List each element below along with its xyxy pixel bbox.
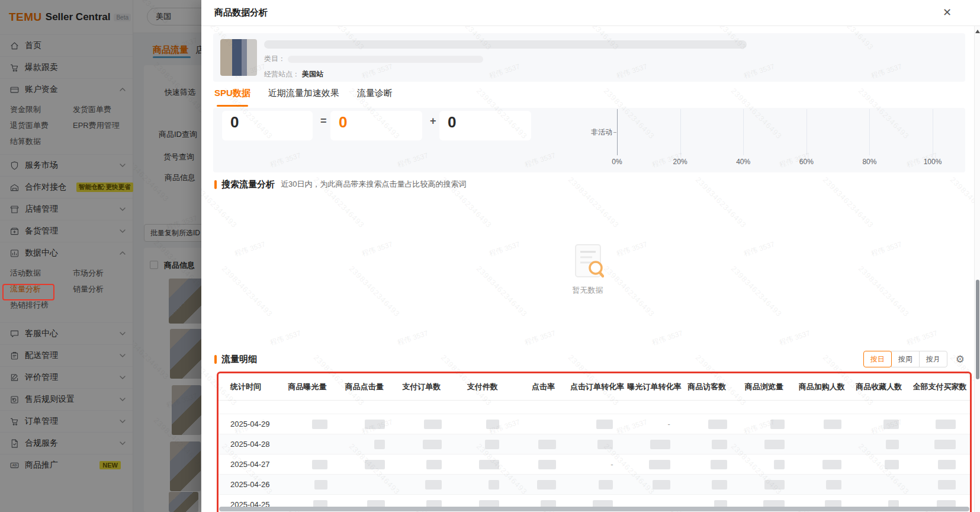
period-button-0[interactable]: 按日	[863, 351, 892, 367]
table-cell-redacted	[285, 460, 342, 469]
table-cell-date: 2025-04-29	[219, 420, 285, 428]
product-title-redacted	[264, 40, 747, 49]
screen: TEMU Seller Central Beta 首页爆款跟卖账户资金资金限制发…	[0, 0, 980, 512]
redacted-value	[599, 480, 613, 489]
product-image-redacted	[220, 39, 257, 76]
table-cell-redacted	[856, 420, 912, 429]
redacted-value	[712, 440, 727, 449]
chart-tick-label: 40%	[730, 158, 756, 166]
redacted-value	[938, 460, 956, 469]
horizontal-scrollbar[interactable]	[219, 507, 969, 511]
redacted-value	[485, 440, 499, 449]
empty-state: 暂无数据	[201, 190, 974, 349]
period-button-1[interactable]: 按周	[891, 351, 920, 367]
table-column-header: 商品点击量	[342, 382, 399, 392]
redacted-value	[764, 480, 785, 489]
redacted-value	[424, 420, 442, 429]
table-column-header: 商品访客数	[685, 382, 741, 392]
period-button-2[interactable]: 按月	[919, 351, 947, 367]
table-cell-redacted	[399, 460, 456, 469]
redacted-value	[770, 420, 785, 429]
no-data-text: 暂无数据	[573, 285, 603, 296]
spu-data-band: 0 = 0 + 0 非活动 0%20%40%60%80%100%	[213, 108, 965, 172]
table-cell-redacted	[456, 480, 513, 489]
table-column-header: 点击率	[513, 382, 570, 392]
chart-tick-label: 100%	[920, 158, 946, 166]
table-column-header: 支付件数	[456, 382, 513, 392]
orange-bar	[214, 355, 217, 364]
table-cell-redacted	[627, 440, 684, 449]
redacted-value	[314, 480, 327, 489]
modal-body: 类目： 经营站点： 美国站 SPU数据近期流量加速效果流量诊断 0 = 0 + …	[201, 26, 974, 512]
redacted-value	[650, 440, 670, 449]
redacted-value	[824, 420, 841, 429]
table-cell-redacted	[342, 460, 399, 469]
table-column-header: 统计时间	[219, 382, 285, 392]
table-cell-redacted	[627, 460, 684, 469]
modal-tabs: SPU数据近期流量加速效果流量诊断	[214, 88, 974, 104]
table-cell-redacted	[342, 440, 399, 449]
table-cell-redacted	[342, 420, 399, 429]
redacted-value	[365, 460, 385, 469]
table-cell-redacted	[685, 480, 741, 489]
table-cell-redacted	[285, 420, 342, 429]
chart-tick-label: 20%	[667, 158, 693, 166]
table-row[interactable]: 2025-04-27-	[219, 454, 970, 474]
scrollbar-thumb[interactable]	[976, 280, 979, 379]
table-cell-redacted	[513, 440, 570, 449]
orange-bar	[214, 180, 217, 189]
metric-value: 0	[222, 111, 313, 132]
redacted-value	[537, 480, 556, 489]
table-cell-redacted	[799, 420, 856, 429]
redacted-value	[312, 420, 327, 429]
table-settings-icon[interactable]: ⚙	[956, 353, 965, 366]
table-cell-redacted	[685, 460, 741, 469]
product-summary-card: 类目： 经营站点： 美国站	[213, 33, 965, 82]
table-cell-redacted	[456, 460, 513, 469]
metric-card-right: 0	[439, 111, 531, 140]
table-cell-redacted	[741, 480, 798, 489]
search-traffic-section-header: 搜索流量分析 近30日内，为此商品带来搜索点击量占比较高的搜索词	[214, 178, 974, 190]
table-cell-redacted	[685, 420, 741, 429]
redacted-value	[365, 420, 385, 429]
table-cell-redacted	[570, 440, 627, 449]
traffic-detail-table: 统计时间商品曝光量商品点击量支付订单数支付件数点击率点击订单转化率曝光订单转化率…	[219, 373, 970, 512]
chart-category-tick	[613, 132, 616, 133]
redacted-value	[486, 420, 499, 429]
site-value: 美国站	[302, 69, 323, 79]
redacted-value	[886, 440, 899, 449]
period-toggle-group: 按日按周按月	[863, 351, 947, 367]
traffic-detail-section-header: 流量明细	[214, 353, 257, 365]
scroll-up-arrow-icon[interactable]	[975, 30, 980, 33]
table-column-header: 商品曝光量	[285, 382, 342, 392]
table-column-header: 支付订单数	[399, 382, 456, 392]
redacted-value	[425, 480, 442, 489]
redacted-value	[936, 420, 956, 429]
site-label: 经营站点：	[264, 69, 300, 79]
modal-tab-2[interactable]: 流量诊断	[357, 88, 393, 104]
vertical-scrollbar[interactable]	[974, 26, 980, 512]
table-cell-redacted	[456, 440, 513, 449]
section-description: 近30日内，为此商品带来搜索点击量占比较高的搜索词	[281, 179, 466, 190]
modal-tab-0[interactable]: SPU数据	[214, 88, 250, 104]
redacted-value	[885, 460, 899, 469]
annotation-table-box: 统计时间商品曝光量商品点击量支付订单数支付件数点击率点击订单转化率曝光订单转化率…	[217, 372, 972, 512]
table-cell-redacted	[570, 420, 627, 429]
redacted-value	[596, 420, 613, 429]
table-column-header: 曝光订单转化率	[627, 382, 684, 392]
redacted-value	[764, 440, 785, 449]
table-cell-redacted: -	[627, 420, 684, 428]
table-cell-redacted: -	[570, 460, 627, 469]
chart-gridline	[617, 109, 618, 155]
equals-sign: =	[320, 115, 327, 127]
metric-card-total: 0	[222, 111, 313, 140]
table-row[interactable]: 2025-04-29-	[219, 414, 970, 434]
table-controls: 按日按周按月 ⚙	[863, 351, 965, 367]
redacted-value	[822, 460, 841, 469]
table-cell-redacted	[399, 420, 456, 429]
table-row[interactable]: 2025-04-26	[219, 474, 970, 494]
close-icon[interactable]: ✕	[943, 6, 952, 19]
redacted-value	[489, 480, 499, 489]
table-row[interactable]: 2025-04-28	[219, 434, 970, 454]
modal-tab-1[interactable]: 近期流量加速效果	[268, 88, 339, 104]
